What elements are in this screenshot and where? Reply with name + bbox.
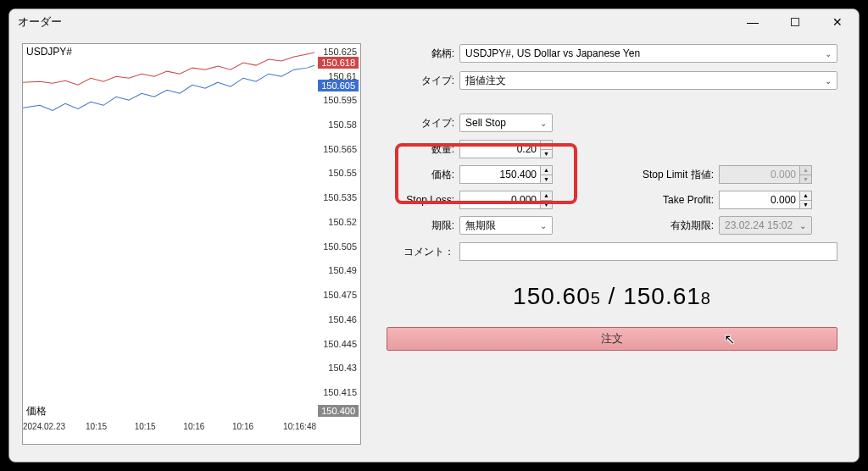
- type2-label: タイプ:: [387, 116, 454, 130]
- price-value: 150.400: [460, 169, 552, 180]
- valid-until-value: 23.02.24 15:02: [725, 219, 793, 231]
- comment-input[interactable]: [459, 242, 837, 261]
- y-tick: 150.475: [323, 290, 357, 300]
- chart-bottom-label: 価格: [26, 404, 47, 418]
- chevron-down-icon: ⌄: [540, 119, 547, 128]
- x-tick: 10:16: [170, 422, 219, 441]
- y-tick: 150.55: [328, 168, 357, 178]
- price-chart: USDJPY# 150.625 150.618 150.61 150.605 1…: [22, 43, 361, 445]
- close-button[interactable]: ✕: [825, 14, 850, 30]
- titlebar: オーダー — ✕: [9, 9, 859, 35]
- window-title: オーダー: [18, 14, 740, 30]
- target-price-tag: 150.400: [318, 405, 359, 417]
- valid-until-label: 有効期限:: [620, 219, 714, 233]
- price-label: 価格:: [387, 168, 454, 182]
- ask-price-tag: 150.605: [318, 80, 359, 91]
- y-tick: 150.58: [328, 119, 357, 130]
- sl-stepper[interactable]: 0.000 ▲ ▼: [459, 191, 553, 209]
- stop-limit-up-button: ▲: [800, 166, 811, 175]
- symbol-label: 銘柄:: [387, 47, 454, 61]
- order-type-dropdown[interactable]: 指値注文 ⌄: [459, 71, 837, 90]
- chevron-down-icon: ⌄: [799, 221, 806, 230]
- stop-limit-value: 0.000: [720, 169, 811, 180]
- x-axis-ticks: 2024.02.23 10:15 10:15 10:16 10:16 10:16…: [23, 422, 316, 441]
- valid-until-dropdown: 23.02.24 15:02 ⌄: [719, 216, 812, 235]
- y-tick: 150.595: [323, 95, 357, 105]
- tp-value: 0.000: [720, 194, 811, 206]
- order-button-label: 注文: [601, 331, 623, 346]
- order-button[interactable]: 注文 ↖: [387, 327, 837, 351]
- y-tick: 150.52: [328, 217, 357, 227]
- price-stepper[interactable]: 150.400 ▲ ▼: [459, 165, 553, 184]
- bid-main: 150.60: [513, 283, 591, 309]
- order-form: 銘柄: USDJPY#, US Dollar vs Japanese Yen ⌄…: [387, 43, 846, 445]
- minimize-button[interactable]: —: [740, 14, 765, 30]
- sl-up-button[interactable]: ▲: [541, 191, 552, 201]
- chevron-down-icon: ⌄: [540, 221, 547, 230]
- bid-price-tag: 150.618: [318, 57, 359, 69]
- order-window: オーダー — ✕ USDJPY# 150.625 150.618 150.61 …: [8, 8, 860, 463]
- y-tick: 150.625: [323, 47, 357, 57]
- tp-down-button[interactable]: ▼: [800, 201, 811, 209]
- quote-display: 150.605 / 150.618: [387, 283, 837, 310]
- stop-limit-label: Stop Limit 指値:: [620, 168, 714, 182]
- expiry-dropdown[interactable]: 無期限 ⌄: [459, 216, 553, 235]
- qty-up-button[interactable]: ▲: [541, 141, 552, 150]
- content-area: USDJPY# 150.625 150.618 150.61 150.605 1…: [9, 35, 859, 462]
- tp-label: Take Profit:: [620, 194, 714, 206]
- pending-type-value: Sell Stop: [465, 117, 506, 129]
- qty-stepper[interactable]: 0.20 ▲ ▼: [459, 140, 553, 158]
- x-tick: 2024.02.23: [23, 422, 72, 441]
- qty-label: 数量:: [387, 142, 454, 157]
- chevron-down-icon: ⌄: [825, 49, 832, 58]
- window-controls: — ✕: [740, 14, 850, 30]
- maximize-button[interactable]: [782, 14, 808, 30]
- y-tick: 150.505: [323, 241, 357, 252]
- sl-down-button[interactable]: ▼: [541, 201, 552, 209]
- sl-label: Stop Loss:: [387, 194, 454, 206]
- y-tick: 150.49: [328, 265, 357, 275]
- maximize-icon: [791, 18, 799, 26]
- y-tick: 150.535: [323, 192, 357, 202]
- tp-up-button[interactable]: ▲: [800, 191, 811, 201]
- tp-stepper[interactable]: 0.000 ▲ ▼: [719, 191, 812, 209]
- quote-sep: /: [601, 283, 623, 309]
- x-tick: 10:15: [72, 422, 121, 441]
- x-tick: 10:16: [219, 422, 268, 441]
- expiry-label: 期限:: [387, 219, 454, 233]
- qty-down-button[interactable]: ▼: [541, 150, 552, 158]
- ask-last: 8: [701, 289, 711, 308]
- chevron-down-icon: ⌄: [825, 76, 832, 86]
- y-tick: 150.565: [323, 144, 357, 154]
- x-tick: 10:16:48: [267, 422, 316, 441]
- x-tick: 10:15: [120, 422, 170, 441]
- stop-limit-down-button: ▼: [800, 175, 811, 184]
- y-tick: 150.43: [328, 363, 357, 373]
- order-type-value: 指値注文: [465, 74, 506, 88]
- symbol-dropdown[interactable]: USDJPY#, US Dollar vs Japanese Yen ⌄: [459, 44, 837, 63]
- stop-limit-stepper: 0.000 ▲ ▼: [719, 165, 812, 184]
- ask-main: 150.61: [623, 283, 701, 309]
- price-down-button[interactable]: ▼: [541, 175, 552, 184]
- pending-type-dropdown[interactable]: Sell Stop ⌄: [459, 114, 553, 132]
- chart-lines: [23, 44, 314, 418]
- y-tick: 150.445: [323, 339, 357, 349]
- type1-label: タイプ:: [387, 74, 454, 88]
- sl-value: 0.000: [460, 194, 552, 206]
- y-tick: 150.415: [323, 387, 357, 397]
- y-tick: 150.46: [328, 314, 357, 324]
- price-up-button[interactable]: ▲: [541, 166, 552, 175]
- cursor-icon: ↖: [724, 331, 735, 347]
- y-axis-ticks: 150.625 150.618 150.61 150.605 150.595 1…: [314, 44, 359, 418]
- comment-label: コメント：: [387, 245, 454, 259]
- bid-last: 5: [591, 289, 601, 308]
- symbol-value: USDJPY#, US Dollar vs Japanese Yen: [465, 47, 640, 59]
- expiry-value: 無期限: [465, 219, 496, 233]
- qty-value: 0.20: [460, 143, 552, 155]
